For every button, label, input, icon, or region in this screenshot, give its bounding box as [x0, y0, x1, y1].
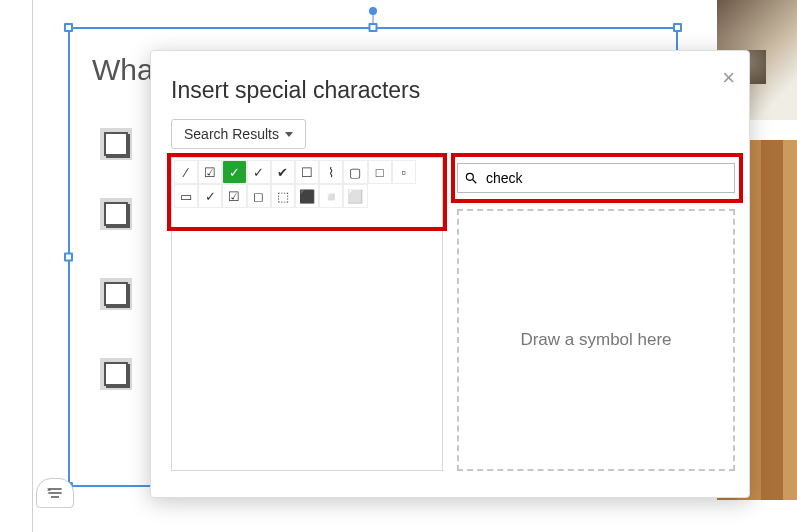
char-check-mark[interactable]: ✓ [247, 160, 271, 184]
slide-image-placeholder[interactable] [100, 278, 132, 310]
close-button[interactable]: × [722, 65, 735, 91]
chevron-down-icon [285, 132, 293, 137]
category-dropdown-label: Search Results [184, 126, 279, 142]
notes-icon [47, 487, 63, 499]
char-white-medium-small-square[interactable]: ◽ [319, 184, 343, 208]
char-black-square-pattern[interactable]: ⬛ [295, 184, 319, 208]
char-dotted-square[interactable]: ⬚ [271, 184, 295, 208]
char-white-heavy-check-mark[interactable]: ✓ [222, 160, 246, 184]
char-white-medium-square[interactable]: ◻ [247, 184, 271, 208]
char-white-large-square[interactable]: ⬜ [343, 184, 367, 208]
resize-w[interactable] [64, 253, 73, 262]
category-dropdown[interactable]: Search Results [171, 119, 306, 149]
draw-symbol-panel[interactable]: Draw a symbol here [457, 209, 735, 471]
search-field[interactable] [457, 163, 735, 193]
slide-canvas: Wha Insert special characters × Search R… [0, 0, 797, 532]
speaker-notes-toggle[interactable] [36, 478, 74, 508]
draw-symbol-hint: Draw a symbol here [520, 330, 671, 350]
char-white-rectangle[interactable]: ▭ [174, 184, 198, 208]
char-check-mark-2[interactable]: ✓ [198, 184, 222, 208]
char-heavy-check-mark[interactable]: ✔ [271, 160, 295, 184]
slide-image-placeholder[interactable] [100, 198, 132, 230]
char-fraction-slash[interactable]: ⁄ [174, 160, 198, 184]
ruler-divider [32, 0, 33, 532]
resize-nw[interactable] [64, 23, 73, 32]
char-wavy-line[interactable]: ⌇ [319, 160, 343, 184]
svg-point-0 [466, 173, 473, 180]
character-results-panel: ⁄☑✓✓✔☐⌇▢□▫▭✓☑◻⬚⬛◽⬜ [171, 157, 443, 471]
search-icon [464, 171, 478, 185]
char-ballot-box-with-check-2[interactable]: ☑ [222, 184, 246, 208]
slide-image-placeholder[interactable] [100, 358, 132, 390]
svg-line-1 [473, 180, 477, 184]
char-white-square-rounded[interactable]: ▢ [343, 160, 367, 184]
resize-n[interactable] [369, 23, 378, 32]
page-title: Wha [92, 53, 154, 87]
char-white-square[interactable]: □ [368, 160, 392, 184]
resize-ne[interactable] [673, 23, 682, 32]
char-white-small-square[interactable]: ▫ [392, 160, 416, 184]
rotate-handle[interactable] [369, 7, 377, 15]
insert-special-characters-dialog: Insert special characters × Search Resul… [150, 50, 750, 498]
char-ballot-box-with-check[interactable]: ☑ [198, 160, 222, 184]
char-ballot-box[interactable]: ☐ [295, 160, 319, 184]
dialog-title: Insert special characters [171, 77, 420, 104]
slide-image-placeholder[interactable] [100, 128, 132, 160]
search-input[interactable] [484, 169, 728, 187]
